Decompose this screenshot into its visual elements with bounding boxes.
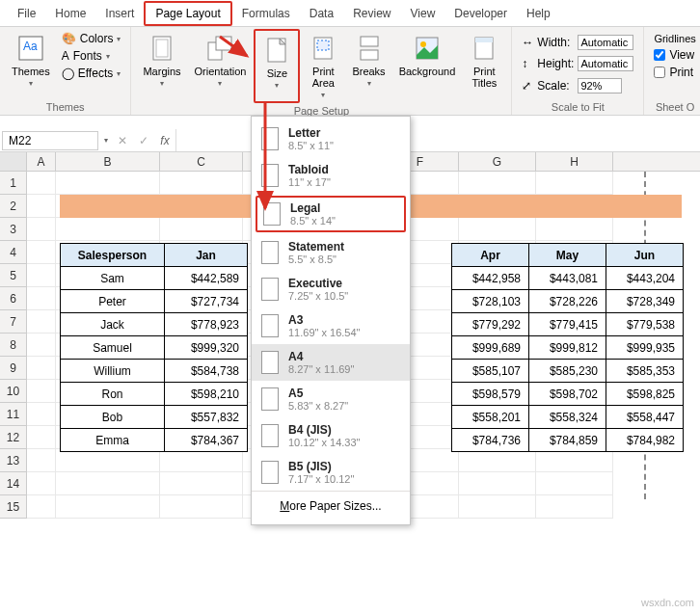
- row-header[interactable]: 6: [0, 287, 26, 310]
- table-cell[interactable]: $728,226: [529, 290, 606, 313]
- cell[interactable]: [27, 172, 56, 195]
- size-option-a3[interactable]: A311.69" x 16.54": [252, 307, 410, 344]
- cell[interactable]: [536, 218, 613, 241]
- cell[interactable]: [160, 218, 243, 241]
- table-cell[interactable]: $585,353: [606, 360, 684, 383]
- row-header[interactable]: 3: [0, 218, 26, 241]
- fx-cancel-icon[interactable]: ✕: [112, 134, 133, 147]
- cell[interactable]: [27, 218, 56, 241]
- table-cell[interactable]: $558,324: [529, 406, 606, 429]
- row-header[interactable]: 10: [0, 380, 26, 403]
- size-button[interactable]: Size▾: [254, 29, 300, 103]
- height-input[interactable]: [578, 56, 633, 71]
- row-header[interactable]: 13: [0, 449, 26, 472]
- table-cell[interactable]: $784,982: [606, 429, 684, 452]
- row-header[interactable]: 15: [0, 495, 26, 519]
- column-header[interactable]: A: [27, 152, 56, 171]
- cell[interactable]: [27, 449, 56, 472]
- table-cell[interactable]: $784,859: [529, 429, 606, 452]
- cell[interactable]: [27, 195, 56, 218]
- table-cell[interactable]: $784,367: [165, 429, 248, 452]
- tab-file[interactable]: File: [8, 3, 45, 24]
- print-area-button[interactable]: Print Area▾: [302, 29, 344, 103]
- size-option-legal[interactable]: Legal8.5" x 14": [256, 196, 406, 232]
- row-header[interactable]: 12: [0, 426, 26, 449]
- table-cell[interactable]: $727,734: [165, 290, 248, 313]
- row-header[interactable]: 9: [0, 357, 26, 380]
- row-header[interactable]: 1: [0, 172, 26, 195]
- themes-button[interactable]: Aa Themes ▾: [6, 29, 56, 99]
- row-header[interactable]: 11: [0, 403, 26, 426]
- colors-button[interactable]: 🎨Colors▾: [60, 31, 123, 46]
- tab-formulas[interactable]: Formulas: [232, 3, 300, 24]
- cell[interactable]: [56, 449, 160, 472]
- cell[interactable]: [459, 472, 536, 495]
- breaks-button[interactable]: Breaks▾: [346, 29, 390, 103]
- tab-view[interactable]: View: [401, 3, 445, 24]
- cell[interactable]: [27, 241, 56, 264]
- column-header[interactable]: H: [536, 152, 613, 171]
- cell[interactable]: [27, 472, 56, 495]
- row-header[interactable]: 2: [0, 195, 26, 218]
- more-paper-sizes[interactable]: More Paper Sizes...: [252, 491, 410, 521]
- table-cell[interactable]: $558,201: [452, 406, 529, 429]
- cell[interactable]: [27, 334, 56, 357]
- cell[interactable]: [27, 380, 56, 403]
- print-titles-button[interactable]: Print Titles: [463, 29, 505, 103]
- table-cell[interactable]: $784,736: [452, 429, 529, 452]
- cell[interactable]: [459, 172, 536, 195]
- table-cell[interactable]: Bob: [61, 406, 165, 429]
- cell[interactable]: [160, 172, 243, 195]
- table-cell[interactable]: $442,958: [452, 267, 529, 290]
- cell[interactable]: [27, 357, 56, 380]
- table-cell[interactable]: Emma: [61, 429, 165, 452]
- size-option-tabloid[interactable]: Tabloid11" x 17": [252, 157, 410, 194]
- table-cell[interactable]: $443,204: [606, 267, 684, 290]
- tab-review[interactable]: Review: [343, 3, 400, 24]
- size-option-a4[interactable]: A48.27" x 11.69": [252, 344, 410, 381]
- fonts-button[interactable]: AFonts▾: [60, 48, 123, 64]
- effects-button[interactable]: ◯Effects▾: [60, 66, 123, 81]
- table-cell[interactable]: $728,103: [452, 290, 529, 313]
- table-cell[interactable]: $558,447: [606, 406, 684, 429]
- table-cell[interactable]: Sam: [61, 267, 165, 290]
- fx-enter-icon[interactable]: ✓: [133, 134, 154, 147]
- print-checkbox[interactable]: Print: [652, 64, 697, 81]
- tab-developer[interactable]: Developer: [444, 3, 517, 24]
- tab-home[interactable]: Home: [45, 3, 95, 24]
- background-button[interactable]: Background: [393, 29, 462, 103]
- margins-button[interactable]: Margins▾: [137, 29, 186, 103]
- table-cell[interactable]: Willium: [61, 360, 165, 383]
- table-cell[interactable]: $584,738: [165, 360, 248, 383]
- table-cell[interactable]: $598,579: [452, 383, 529, 406]
- scale-input[interactable]: [578, 78, 622, 93]
- table-cell[interactable]: $442,589: [165, 267, 248, 290]
- select-all-corner[interactable]: [0, 152, 27, 171]
- table-cell[interactable]: $779,292: [452, 313, 529, 336]
- column-header[interactable]: C: [160, 152, 243, 171]
- tab-page-layout[interactable]: Page Layout: [144, 1, 231, 26]
- width-input[interactable]: [578, 35, 633, 50]
- size-option-b4-jis-[interactable]: B4 (JIS)10.12" x 14.33": [252, 417, 410, 454]
- table-cell[interactable]: Samuel: [61, 336, 165, 360]
- column-header[interactable]: G: [459, 152, 536, 171]
- table-cell[interactable]: $598,702: [529, 383, 606, 406]
- cell[interactable]: [56, 218, 160, 241]
- cell[interactable]: [27, 264, 56, 287]
- row-header[interactable]: 14: [0, 472, 26, 495]
- row-header[interactable]: 5: [0, 264, 26, 287]
- table-cell[interactable]: $999,812: [529, 336, 606, 360]
- size-option-a5[interactable]: A55.83" x 8.27": [252, 381, 410, 417]
- table-cell[interactable]: $585,107: [452, 360, 529, 383]
- cell[interactable]: [27, 495, 56, 519]
- fx-button[interactable]: fx: [154, 134, 175, 147]
- size-option-statement[interactable]: Statement5.5" x 8.5": [252, 234, 410, 271]
- name-box[interactable]: [2, 131, 98, 150]
- table-cell[interactable]: Jack: [61, 313, 165, 336]
- cell[interactable]: [56, 472, 160, 495]
- cell[interactable]: [459, 449, 536, 472]
- row-header[interactable]: 8: [0, 334, 26, 357]
- table-cell[interactable]: $585,230: [529, 360, 606, 383]
- tab-data[interactable]: Data: [300, 3, 343, 24]
- cell[interactable]: [536, 449, 613, 472]
